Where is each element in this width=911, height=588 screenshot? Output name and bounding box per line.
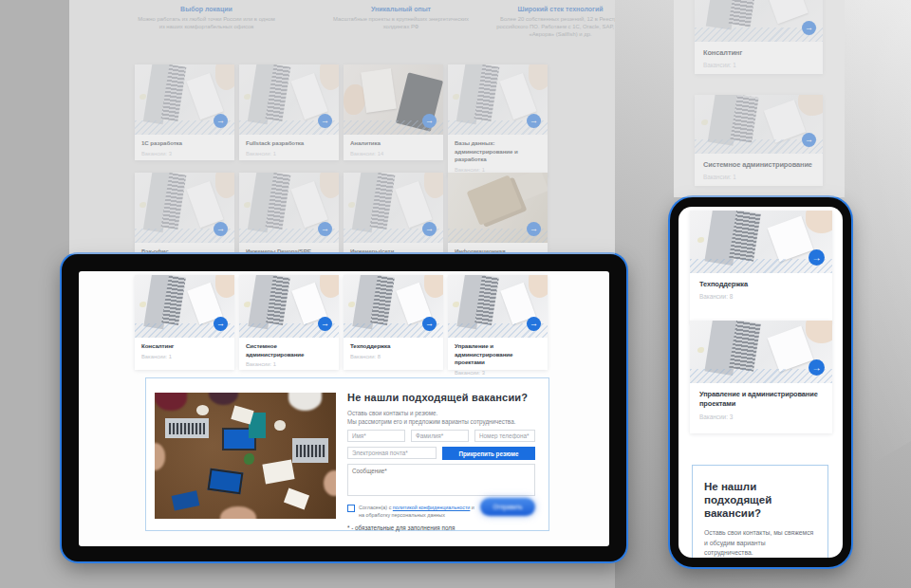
card-title: Техподдержка <box>699 280 823 289</box>
email-field[interactable] <box>347 447 437 459</box>
vacancy-card[interactable]: → Информационная безопасность Вакансии: … <box>448 173 548 254</box>
card-title: Информационная безопасность <box>455 248 541 254</box>
message-field[interactable] <box>347 464 535 496</box>
card-photo: → <box>448 275 548 338</box>
arrow-icon[interactable]: → <box>527 317 541 331</box>
arrow-icon[interactable]: → <box>318 114 332 128</box>
arrow-icon[interactable]: → <box>422 317 437 331</box>
vacancy-card[interactable]: → Консалтинг Вакансии: 1 <box>695 0 823 74</box>
card-title: Техподдержка <box>350 342 437 351</box>
arrow-icon[interactable]: → <box>802 133 816 147</box>
feature-location: Выбор локации Можно работать из любой то… <box>138 6 275 31</box>
vacancy-card[interactable]: → Базы данных: администрирование и разра… <box>448 64 548 176</box>
cta-title: Не нашли подходящей вакансии? <box>704 481 816 520</box>
vacancy-card[interactable]: → Fullstack разработка Вакансии: 1 <box>239 64 339 160</box>
vacancy-count: Вакансии: 8 <box>699 293 823 300</box>
feature-title: Выбор локации <box>138 6 275 12</box>
vacancy-card[interactable]: → Управление и администрирование проекта… <box>690 321 832 433</box>
team-photo <box>155 393 336 519</box>
feature-stack: Широкий стек технологий Более 20 собстве… <box>492 6 615 39</box>
vacancy-card[interactable]: → Управление и администрирование проекта… <box>448 275 548 370</box>
form-subtitle: Оставь свои контакты и резюме. Мы рассмо… <box>347 409 535 427</box>
vacancy-count: Вакансии: 8 <box>350 354 437 359</box>
arrow-icon[interactable]: → <box>422 222 437 236</box>
card-title: Управление и администрирование проектами <box>455 342 541 367</box>
arrow-icon[interactable]: → <box>214 317 228 331</box>
laptop-screen: → Консалтинг Вакансии: 1 → Системное адм… <box>79 271 609 546</box>
contact-form: Не нашли подходящей вакансии? Оставь сво… <box>347 392 535 427</box>
vacancy-card[interactable]: → Техподдержка Вакансии: 8 <box>344 275 443 370</box>
vacancy-count: Вакансии: 1 <box>246 361 332 367</box>
mobile-cta-box: Не нашли подходящей вакансии? Оставь сво… <box>692 465 828 558</box>
arrow-icon[interactable]: → <box>809 249 825 266</box>
feature-title: Широкий стек технологий <box>492 6 615 12</box>
vacancy-card[interactable]: → Бэк-офис Вакансии: 2 <box>135 173 234 254</box>
mobile-page-background: → Консалтинг Вакансии: 1 → Системное адм… <box>674 0 845 197</box>
submit-button[interactable]: Отправить <box>480 498 535 516</box>
last-name-field[interactable] <box>411 430 469 442</box>
vacancy-card[interactable]: → Консалтинг Вакансии: 1 <box>135 275 234 370</box>
card-photo: → <box>695 0 823 42</box>
phone-field[interactable] <box>474 430 535 442</box>
privacy-policy-link[interactable]: политикой конфиденциальности <box>393 505 471 510</box>
arrow-icon[interactable]: → <box>802 21 816 35</box>
laptop-device-frame: → Консалтинг Вакансии: 1 → Системное адм… <box>62 254 626 561</box>
card-photo: → <box>344 64 443 135</box>
vacancy-count: Вакансии: 1 <box>246 151 332 156</box>
vacancy-card[interactable]: → Аналитика Вакансии: 14 <box>344 64 443 160</box>
arrow-icon[interactable]: → <box>318 317 332 331</box>
card-photo: → <box>135 275 234 338</box>
card-title: Базы данных: администрирование и разрабо… <box>455 139 541 164</box>
card-photo: → <box>135 64 234 135</box>
card-photo: → <box>690 321 832 383</box>
vacancy-count: Вакансии: 3 <box>141 151 228 156</box>
card-title: Консалтинг <box>703 48 814 58</box>
vacancy-card[interactable]: → 1С разработка Вакансии: 3 <box>135 64 234 160</box>
card-photo: → <box>239 173 339 243</box>
form-subtitle-line2: Мы рассмотрим его и предложим варианты с… <box>347 418 515 425</box>
vacancy-card[interactable]: → Техподдержка Вакансии: 8 <box>690 211 832 322</box>
vacancy-count: Вакансии: 3 <box>699 413 823 420</box>
first-name-field[interactable] <box>347 430 405 442</box>
vacancy-count: Вакансии: 14 <box>350 151 437 156</box>
feature-text: Можно работать из любой точки России или… <box>138 16 275 31</box>
card-photo: → <box>239 64 339 135</box>
vacancy-card[interactable]: → Инженеры Devops/SRE Вакансии: 1 <box>239 173 339 254</box>
phone-device-frame: → Техподдержка Вакансии: 8 → Управление … <box>670 197 851 567</box>
card-photo: → <box>344 173 443 243</box>
card-photo: → <box>135 173 234 243</box>
arrow-icon[interactable]: → <box>527 222 541 236</box>
vacancy-count: Вакансии: 1 <box>141 354 228 359</box>
feature-text: Более 20 собственных решений, 12 в Реест… <box>492 16 615 39</box>
card-title: Консалтинг <box>141 342 228 351</box>
card-title: Fullstack разработка <box>246 139 332 148</box>
vacancy-count: Вакансии: 3 <box>455 370 541 376</box>
vacancy-card[interactable]: → Инженеры/сети Вакансии: 4 <box>344 173 443 254</box>
vacancy-card[interactable]: → Системное администрирование Вакансии: … <box>695 95 823 186</box>
vacancy-count: Вакансии: 1 <box>703 174 814 180</box>
card-title: Бэк-офис <box>141 248 228 254</box>
desktop-page-background: Выбор локации Можно работать из любой то… <box>69 0 615 254</box>
contact-form-section: Не нашли подходящей вакансии? Оставь сво… <box>145 377 549 531</box>
arrow-icon[interactable]: → <box>214 114 228 128</box>
cta-text: Оставь свои контакты, мы свяжемся и обсу… <box>704 528 816 558</box>
phone-screen: → Техподдержка Вакансии: 8 → Управление … <box>679 207 843 558</box>
card-title: Системное администрирование <box>246 342 332 358</box>
arrow-icon[interactable]: → <box>422 114 437 128</box>
card-title: 1С разработка <box>141 139 228 148</box>
arrow-icon[interactable]: → <box>318 222 332 236</box>
card-title: Инженеры/сети <box>350 248 437 254</box>
card-photo: → <box>344 275 443 338</box>
form-title: Не нашли подходящей вакансии? <box>347 392 535 403</box>
vacancy-card[interactable]: → Системное администрирование Вакансии: … <box>239 275 339 370</box>
consent-checkbox[interactable] <box>347 505 355 512</box>
arrow-icon[interactable]: → <box>809 359 825 376</box>
feature-text: Масштабные проекты в крупнейших энергети… <box>332 16 470 31</box>
attach-resume-button[interactable]: Прикрепить резюме <box>442 447 535 460</box>
card-title: Аналитика <box>350 139 437 148</box>
form-subtitle-line1: Оставь свои контакты и резюме. <box>347 410 437 416</box>
required-fields-note: * - обязательные для заполнения поля <box>347 524 455 531</box>
arrow-icon[interactable]: → <box>214 222 228 236</box>
arrow-icon[interactable]: → <box>527 114 541 128</box>
presentation-canvas: Выбор локации Можно работать из любой то… <box>0 0 911 588</box>
